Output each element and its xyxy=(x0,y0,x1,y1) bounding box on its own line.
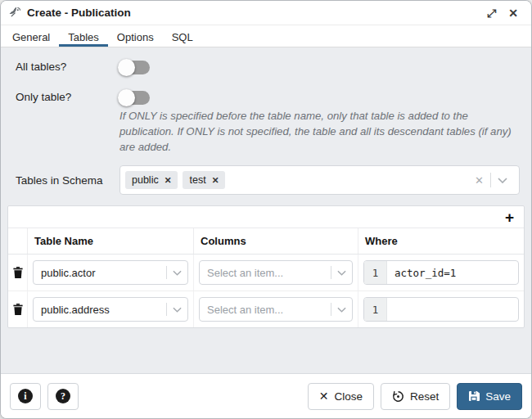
columns-select[interactable]: Select an item... xyxy=(199,297,353,322)
grid-header-spacer xyxy=(8,228,28,254)
publication-icon xyxy=(9,7,21,19)
save-button[interactable]: Save xyxy=(457,383,522,410)
delete-row-icon[interactable] xyxy=(11,265,25,280)
help-icon: ? xyxy=(56,389,70,403)
save-icon xyxy=(468,390,480,402)
create-publication-dialog: Create - Publication ⤢ ✕ General Tables … xyxy=(0,0,532,419)
all-tables-label: All tables? xyxy=(16,61,119,73)
help-button[interactable]: ? xyxy=(47,383,79,410)
tab-sql[interactable]: SQL xyxy=(163,25,202,47)
close-icon[interactable]: ✕ xyxy=(505,7,521,19)
table-name-value: public.actor xyxy=(41,267,95,279)
tables-in-schema-select[interactable]: public ✕ test ✕ ✕ xyxy=(119,165,520,195)
tab-bar: General Tables Options SQL xyxy=(1,25,531,47)
delete-row-icon[interactable] xyxy=(11,302,25,317)
close-button[interactable]: ✕ Close xyxy=(308,383,374,410)
all-tables-toggle[interactable] xyxy=(119,61,150,74)
reset-button-label: Reset xyxy=(410,390,439,403)
where-editor[interactable]: 1 xyxy=(363,297,519,322)
close-button-label: Close xyxy=(334,390,363,403)
title-bar: Create - Publication ⤢ ✕ xyxy=(1,1,531,25)
info-icon: i xyxy=(18,389,33,403)
info-button[interactable]: i xyxy=(10,383,41,410)
schema-chip[interactable]: public ✕ xyxy=(125,171,178,189)
line-number: 1 xyxy=(364,261,387,284)
chevron-down-icon[interactable] xyxy=(331,270,352,276)
column-header-where: Where xyxy=(358,228,524,254)
where-editor[interactable]: 1 actor_id=1 xyxy=(363,260,519,285)
only-table-toggle[interactable] xyxy=(119,91,150,105)
chevron-down-icon[interactable] xyxy=(331,307,352,313)
table-row: public.actor Select an item... xyxy=(8,255,524,291)
table-name-value: public.address xyxy=(41,304,110,316)
table-name-select[interactable]: public.actor xyxy=(33,260,188,285)
close-x-icon: ✕ xyxy=(319,390,329,403)
tab-general[interactable]: General xyxy=(3,25,59,47)
chevron-down-icon[interactable] xyxy=(167,307,187,313)
reset-button[interactable]: Reset xyxy=(381,383,450,410)
chevron-down-icon[interactable] xyxy=(167,270,187,276)
resize-icon[interactable]: ⤢ xyxy=(484,7,499,19)
tables-tab-panel: All tables? Only table? If ONLY is speci… xyxy=(1,47,531,328)
reset-icon xyxy=(392,390,404,403)
where-value[interactable] xyxy=(387,298,518,321)
chip-remove-icon[interactable]: ✕ xyxy=(212,175,219,185)
column-header-columns: Columns xyxy=(194,228,358,254)
schema-chip-label: public xyxy=(132,174,159,186)
chip-remove-icon[interactable]: ✕ xyxy=(165,175,172,185)
line-number: 1 xyxy=(364,298,387,321)
dialog-footer: i ? ✕ Close Reset xyxy=(1,373,531,418)
column-header-table-name: Table Name xyxy=(28,228,194,254)
add-row-button[interactable]: + xyxy=(503,210,516,225)
only-table-label: Only table? xyxy=(16,91,119,103)
where-value[interactable]: actor_id=1 xyxy=(387,261,518,284)
dialog-title: Create - Publication xyxy=(27,7,131,19)
grid-header: Table Name Columns Where xyxy=(8,228,524,255)
table-name-select[interactable]: public.address xyxy=(33,297,188,322)
clear-selection-icon[interactable]: ✕ xyxy=(468,174,490,187)
columns-select[interactable]: Select an item... xyxy=(199,260,353,285)
columns-placeholder: Select an item... xyxy=(207,304,283,316)
tables-grid: + Table Name Columns Where xyxy=(7,205,525,328)
chevron-down-icon[interactable] xyxy=(491,178,514,183)
table-row: public.address Select an item... xyxy=(8,291,524,327)
only-table-help-text: If ONLY is specified before the table na… xyxy=(119,108,512,155)
tab-options[interactable]: Options xyxy=(108,25,163,47)
save-button-label: Save xyxy=(485,390,511,403)
tab-tables[interactable]: Tables xyxy=(59,25,108,47)
schema-chip-label: test xyxy=(189,174,205,186)
columns-placeholder: Select an item... xyxy=(207,267,283,279)
grid-toolbar: + xyxy=(8,206,524,228)
tables-in-schema-label: Tables in Schema xyxy=(16,174,119,187)
schema-chip[interactable]: test ✕ xyxy=(183,171,225,189)
